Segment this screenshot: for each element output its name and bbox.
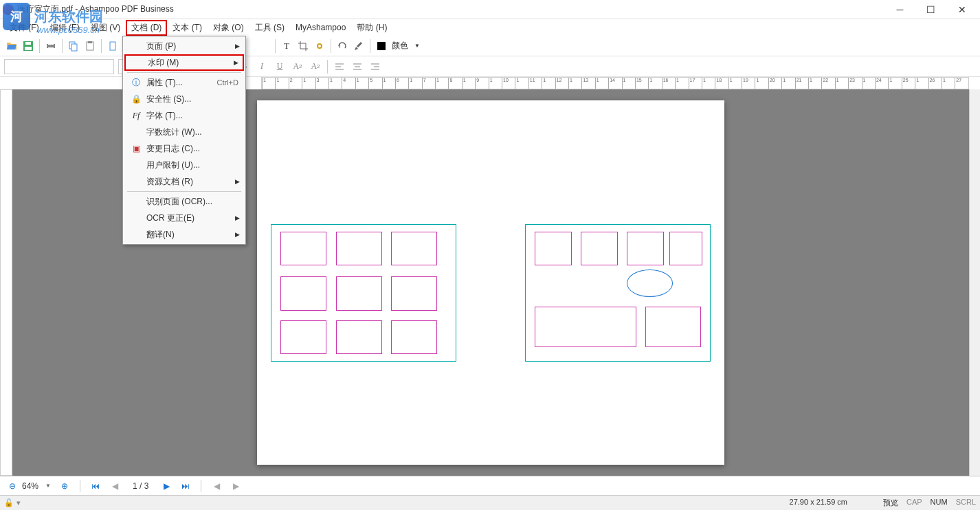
open-button[interactable] [4,38,19,54]
preview-mode-label[interactable]: 预览 [883,498,898,508]
crop-button[interactable] [296,38,311,54]
page-dimensions: 27.90 x 21.59 cm [790,498,847,508]
underline-button[interactable]: U [271,58,288,75]
watermark-overlay: 河 河东软件园 www.pc0359.cn [3,3,103,30]
menu-object[interactable]: 对象 (O) [208,20,249,36]
align-right-button[interactable] [367,58,383,75]
font-icon: Ff [130,111,142,121]
menu-tools[interactable]: 工具 (S) [249,20,290,36]
maximize-button[interactable]: ☐ [915,0,946,19]
zoom-level: 64% [22,481,38,491]
minimize-button[interactable]: ─ [884,0,915,19]
lock-status-icon: 🔓 [4,498,15,507]
svg-rect-4 [48,42,54,45]
lock-icon: 🔒 [130,94,142,104]
vertical-scrollbar[interactable] [969,89,980,476]
status-dropdown-icon[interactable]: ▾ [16,498,21,507]
watermark-url: www.pc0359.cn [37,25,100,35]
changelog-icon: ▣ [130,144,142,153]
zoom-in-button[interactable]: ⊕ [58,479,71,493]
scrl-indicator: SCRL [956,498,976,508]
color-dropdown-button[interactable]: ▼ [410,38,425,54]
menu-item-changelog[interactable]: ▣ 变更日志 (C)... [124,140,244,157]
zoom-out-button[interactable]: ⊖ [5,479,19,493]
menubar: 文件 (F) 编辑 (E) 视图 (V) 文档 (D) 文本 (T) 对象 (O… [0,19,980,36]
menu-item-resource[interactable]: 资源文档 (R) ▶ [124,173,244,190]
drawing-elevation-right [525,224,711,362]
menu-item-translate[interactable]: 翻译(N) ▶ [124,226,244,243]
statusbar: 🔓 ▾ 27.90 x 21.59 cm 预览 CAP NUM SCRL [0,495,980,510]
chevron-right-icon: ▶ [234,59,238,66]
svg-rect-15 [377,42,386,50]
align-left-button[interactable] [331,58,348,75]
menu-item-ocr-fix[interactable]: OCR 更正(E) ▶ [124,210,244,226]
svg-rect-9 [88,41,92,43]
chevron-right-icon: ▶ [235,178,240,185]
nav-toolbar: ⊖ 64% ▼ ⊕ ⏮ ◀ 1 / 3 ▶ ⏭ ◀ ▶ [0,476,980,495]
next-page-button[interactable]: ▶ [159,479,173,493]
menu-item-font[interactable]: Ff 字体 (T)... [124,107,244,124]
menu-item-page[interactable]: 页面 (P) ▶ [124,38,244,54]
pdf-page [257,100,724,465]
chevron-right-icon: ▶ [235,214,240,221]
subscript-button[interactable]: A2 [307,58,324,75]
font-family-select[interactable] [4,59,114,74]
menu-item-ocr-page[interactable]: 识别页面 (OCR)... [124,193,244,210]
menu-separator [127,191,241,192]
save-button[interactable] [21,38,36,54]
watermark-brand: 河东软件园 [34,8,103,26]
menu-help[interactable]: 帮助 (H) [351,20,392,36]
svg-rect-1 [25,47,32,50]
menu-myashampoo[interactable]: MyAshampoo [290,21,351,34]
italic-button[interactable]: I [254,58,270,75]
history-forward-button[interactable]: ▶ [229,479,243,493]
align-center-button[interactable] [349,58,366,75]
brush-button[interactable] [351,38,366,54]
paste-button[interactable] [82,38,98,54]
color-label: 颜色 [392,40,408,52]
page-view-button[interactable] [105,38,120,54]
svg-rect-2 [25,42,31,45]
menu-text[interactable]: 文本 (T) [167,20,208,36]
chevron-right-icon: ▶ [235,231,240,238]
titlebar: 医疗室立面.pdf - Ashampoo PDF Business ─ ☐ ✕ [0,0,980,19]
document-menu-dropdown: 页面 (P) ▶ 水印 (M) ▶ ⓘ 属性 (T)... Ctrl+D 🔒 安… [122,36,246,245]
close-button[interactable]: ✕ [946,0,977,19]
menu-item-watermark[interactable]: 水印 (M) ▶ [124,54,244,71]
drawing-elevation-left [271,224,456,362]
vertical-ruler [0,89,12,476]
last-page-button[interactable]: ⏭ [179,479,192,493]
link-button[interactable] [312,38,327,54]
menu-item-userlimit[interactable]: 用户限制 (U)... [124,157,244,173]
menu-document[interactable]: 文档 (D) [126,20,167,36]
color-swatch[interactable] [374,38,389,54]
superscript-button[interactable]: A2 [289,58,306,75]
horizontal-ruler: 1121314151617181911011111211311411511611… [261,77,969,89]
info-icon: ⓘ [130,77,142,89]
svg-rect-5 [48,47,54,50]
watermark-logo: 河 [3,3,30,30]
copy-button[interactable] [66,38,81,54]
window-title: 医疗室立面.pdf - Ashampoo PDF Business [18,3,884,15]
chevron-right-icon: ▶ [235,43,240,50]
text-tool-button[interactable]: T [279,38,294,54]
prev-page-button[interactable]: ◀ [108,479,122,493]
first-page-button[interactable]: ⏮ [89,479,102,493]
svg-rect-10 [110,42,115,50]
svg-rect-7 [71,44,77,51]
menu-item-properties[interactable]: ⓘ 属性 (T)... Ctrl+D [124,74,244,91]
print-button[interactable] [43,38,58,54]
cap-indicator: CAP [906,498,922,508]
menu-item-security[interactable]: 🔒 安全性 (S)... [124,91,244,107]
menu-item-wordcount[interactable]: 字数统计 (W)... [124,124,244,140]
undo-button[interactable] [335,38,350,54]
num-indicator: NUM [931,498,948,508]
page-indicator: 1 / 3 [127,481,154,491]
zoom-dropdown-button[interactable]: ▼ [41,479,55,493]
history-back-button[interactable]: ◀ [210,479,223,493]
menu-separator [127,72,241,73]
